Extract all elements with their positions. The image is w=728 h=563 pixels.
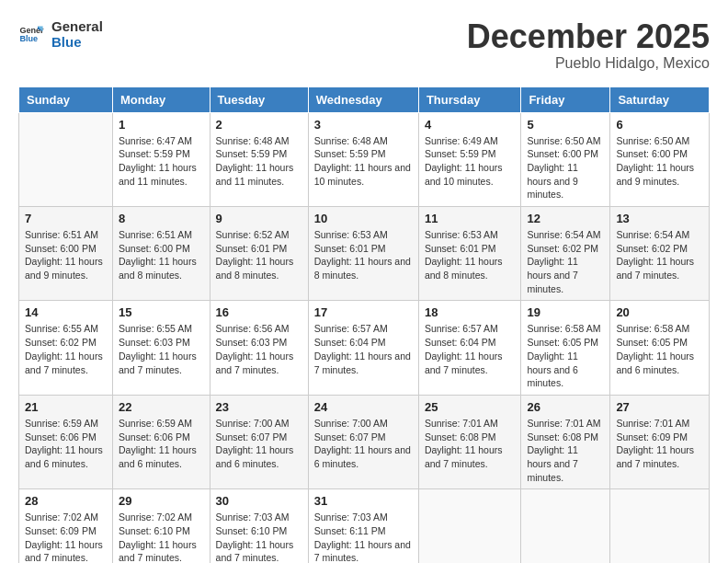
- day-info: Sunrise: 7:01 AMSunset: 6:09 PMDaylight:…: [616, 417, 703, 471]
- day-info: Sunrise: 6:54 AMSunset: 6:02 PMDaylight:…: [527, 228, 604, 295]
- day-number: 25: [425, 400, 516, 414]
- day-info: Sunrise: 7:01 AMSunset: 6:08 PMDaylight:…: [527, 417, 604, 484]
- day-cell: 21Sunrise: 6:59 AMSunset: 6:06 PMDayligh…: [19, 395, 113, 488]
- day-cell: 3Sunrise: 6:48 AMSunset: 5:59 PMDaylight…: [308, 112, 418, 206]
- header-cell-tuesday: Tuesday: [210, 86, 308, 112]
- day-number: 3: [314, 118, 413, 132]
- day-cell: 8Sunrise: 6:51 AMSunset: 6:00 PMDaylight…: [113, 207, 210, 301]
- day-number: 9: [216, 212, 302, 225]
- title-block: December 2025 Pueblo Hidalgo, Mexico: [467, 18, 710, 72]
- svg-text:Blue: Blue: [19, 34, 38, 43]
- day-number: 5: [527, 118, 604, 132]
- logo-general: General: [51, 18, 103, 34]
- day-number: 27: [616, 400, 703, 414]
- day-cell: 30Sunrise: 7:03 AMSunset: 6:10 PMDayligh…: [210, 489, 308, 563]
- day-info: Sunrise: 6:59 AMSunset: 6:06 PMDaylight:…: [119, 417, 204, 471]
- day-info: Sunrise: 6:54 AMSunset: 6:02 PMDaylight:…: [616, 228, 703, 282]
- day-cell: 17Sunrise: 6:57 AMSunset: 6:04 PMDayligh…: [308, 301, 418, 395]
- day-cell: 31Sunrise: 7:03 AMSunset: 6:11 PMDayligh…: [308, 489, 418, 563]
- day-number: 26: [527, 400, 604, 414]
- day-info: Sunrise: 6:57 AMSunset: 6:04 PMDaylight:…: [314, 322, 413, 376]
- day-number: 6: [616, 118, 703, 132]
- day-cell: 4Sunrise: 6:49 AMSunset: 5:59 PMDaylight…: [418, 112, 521, 206]
- day-number: 18: [425, 305, 516, 319]
- header-cell-saturday: Saturday: [610, 86, 710, 112]
- day-info: Sunrise: 7:00 AMSunset: 6:07 PMDaylight:…: [216, 417, 302, 471]
- logo: General Blue General Blue: [18, 18, 103, 50]
- page-header: General Blue General Blue December 2025 …: [18, 18, 710, 72]
- day-number: 13: [616, 212, 703, 225]
- day-cell: 11Sunrise: 6:53 AMSunset: 6:01 PMDayligh…: [418, 207, 521, 301]
- calendar-table: SundayMondayTuesdayWednesdayThursdayFrid…: [18, 86, 710, 563]
- day-info: Sunrise: 7:02 AMSunset: 6:09 PMDaylight:…: [25, 511, 107, 563]
- day-info: Sunrise: 6:55 AMSunset: 6:03 PMDaylight:…: [119, 322, 204, 376]
- week-row-3: 14Sunrise: 6:55 AMSunset: 6:02 PMDayligh…: [19, 301, 710, 395]
- month-title: December 2025: [467, 18, 710, 55]
- day-number: 29: [119, 494, 204, 508]
- day-number: 2: [216, 118, 302, 132]
- day-cell: 27Sunrise: 7:01 AMSunset: 6:09 PMDayligh…: [610, 395, 710, 488]
- header-cell-wednesday: Wednesday: [308, 86, 418, 112]
- day-number: 20: [616, 305, 703, 319]
- day-info: Sunrise: 6:51 AMSunset: 6:00 PMDaylight:…: [119, 228, 204, 282]
- day-info: Sunrise: 6:48 AMSunset: 5:59 PMDaylight:…: [216, 134, 302, 189]
- day-number: 15: [119, 305, 204, 319]
- day-info: Sunrise: 6:49 AMSunset: 5:59 PMDaylight:…: [425, 134, 516, 189]
- day-number: 28: [25, 494, 107, 508]
- header-cell-friday: Friday: [521, 86, 610, 112]
- day-info: Sunrise: 6:48 AMSunset: 5:59 PMDaylight:…: [314, 134, 413, 189]
- day-cell: 2Sunrise: 6:48 AMSunset: 5:59 PMDaylight…: [210, 112, 308, 206]
- day-cell: 28Sunrise: 7:02 AMSunset: 6:09 PMDayligh…: [19, 489, 113, 563]
- day-info: Sunrise: 6:58 AMSunset: 6:05 PMDaylight:…: [616, 322, 703, 376]
- day-info: Sunrise: 6:50 AMSunset: 6:00 PMDaylight:…: [616, 134, 703, 189]
- day-cell: [521, 489, 610, 563]
- day-number: 16: [216, 305, 302, 319]
- day-cell: 1Sunrise: 6:47 AMSunset: 5:59 PMDaylight…: [113, 112, 210, 206]
- day-cell: 9Sunrise: 6:52 AMSunset: 6:01 PMDaylight…: [210, 207, 308, 301]
- day-cell: 25Sunrise: 7:01 AMSunset: 6:08 PMDayligh…: [418, 395, 521, 488]
- day-cell: 20Sunrise: 6:58 AMSunset: 6:05 PMDayligh…: [610, 301, 710, 395]
- week-row-5: 28Sunrise: 7:02 AMSunset: 6:09 PMDayligh…: [19, 489, 710, 563]
- week-row-1: 1Sunrise: 6:47 AMSunset: 5:59 PMDaylight…: [19, 112, 710, 206]
- day-cell: 5Sunrise: 6:50 AMSunset: 6:00 PMDaylight…: [521, 112, 610, 206]
- day-number: 11: [425, 212, 516, 225]
- day-info: Sunrise: 7:01 AMSunset: 6:08 PMDaylight:…: [425, 417, 516, 471]
- day-info: Sunrise: 6:56 AMSunset: 6:03 PMDaylight:…: [216, 322, 302, 376]
- day-info: Sunrise: 6:57 AMSunset: 6:04 PMDaylight:…: [425, 322, 516, 376]
- day-info: Sunrise: 6:51 AMSunset: 6:00 PMDaylight:…: [25, 228, 107, 282]
- day-number: 8: [119, 212, 204, 225]
- day-number: 17: [314, 305, 413, 319]
- day-info: Sunrise: 7:00 AMSunset: 6:07 PMDaylight:…: [314, 417, 413, 471]
- week-row-2: 7Sunrise: 6:51 AMSunset: 6:00 PMDaylight…: [19, 207, 710, 301]
- calendar-header: SundayMondayTuesdayWednesdayThursdayFrid…: [19, 86, 710, 112]
- day-number: 24: [314, 400, 413, 414]
- day-info: Sunrise: 6:58 AMSunset: 6:05 PMDaylight:…: [527, 322, 604, 389]
- logo-blue: Blue: [51, 34, 103, 50]
- day-cell: 26Sunrise: 7:01 AMSunset: 6:08 PMDayligh…: [521, 395, 610, 488]
- day-cell: 24Sunrise: 7:00 AMSunset: 6:07 PMDayligh…: [308, 395, 418, 488]
- day-number: 14: [25, 305, 107, 319]
- day-number: 21: [25, 400, 107, 414]
- day-info: Sunrise: 6:53 AMSunset: 6:01 PMDaylight:…: [425, 228, 516, 282]
- day-number: 10: [314, 212, 413, 225]
- day-cell: 13Sunrise: 6:54 AMSunset: 6:02 PMDayligh…: [610, 207, 710, 301]
- day-info: Sunrise: 6:50 AMSunset: 6:00 PMDaylight:…: [527, 134, 604, 201]
- day-cell: 6Sunrise: 6:50 AMSunset: 6:00 PMDaylight…: [610, 112, 710, 206]
- day-cell: 18Sunrise: 6:57 AMSunset: 6:04 PMDayligh…: [418, 301, 521, 395]
- day-cell: [418, 489, 521, 563]
- day-cell: [19, 112, 113, 206]
- day-cell: 14Sunrise: 6:55 AMSunset: 6:02 PMDayligh…: [19, 301, 113, 395]
- day-cell: 15Sunrise: 6:55 AMSunset: 6:03 PMDayligh…: [113, 301, 210, 395]
- day-cell: 10Sunrise: 6:53 AMSunset: 6:01 PMDayligh…: [308, 207, 418, 301]
- day-cell: 7Sunrise: 6:51 AMSunset: 6:00 PMDaylight…: [19, 207, 113, 301]
- day-cell: 29Sunrise: 7:02 AMSunset: 6:10 PMDayligh…: [113, 489, 210, 563]
- day-number: 7: [25, 212, 107, 225]
- week-row-4: 21Sunrise: 6:59 AMSunset: 6:06 PMDayligh…: [19, 395, 710, 488]
- day-number: 31: [314, 494, 413, 508]
- day-info: Sunrise: 6:52 AMSunset: 6:01 PMDaylight:…: [216, 228, 302, 282]
- day-cell: 22Sunrise: 6:59 AMSunset: 6:06 PMDayligh…: [113, 395, 210, 488]
- day-number: 19: [527, 305, 604, 319]
- calendar-body: 1Sunrise: 6:47 AMSunset: 5:59 PMDaylight…: [19, 112, 710, 563]
- day-cell: 12Sunrise: 6:54 AMSunset: 6:02 PMDayligh…: [521, 207, 610, 301]
- day-cell: [610, 489, 710, 563]
